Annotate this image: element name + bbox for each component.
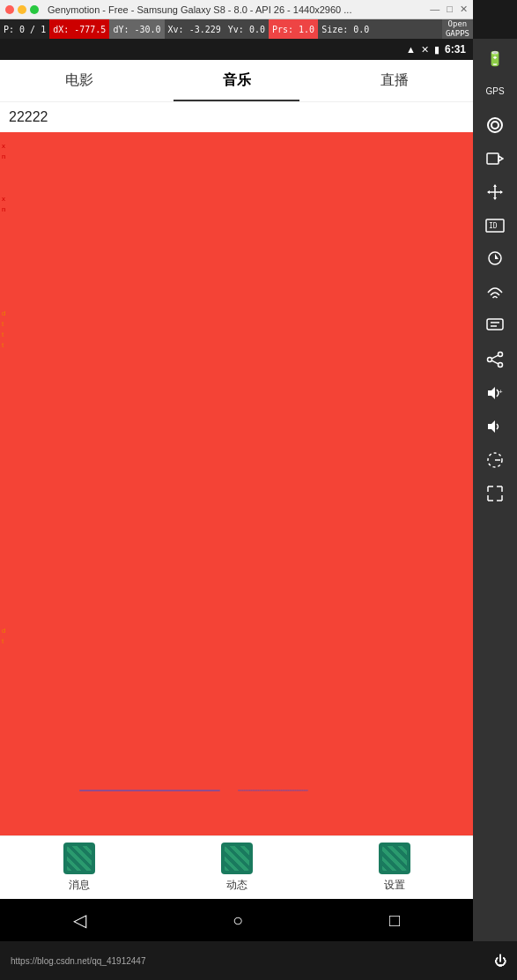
phone-status-bar: ▲ ✕ ▮ 6:31 (0, 39, 473, 60)
svg-rect-14 (487, 319, 503, 330)
minimize-dot[interactable] (18, 5, 26, 14)
svg-line-21 (491, 360, 498, 364)
nav-settings[interactable]: 设置 (379, 843, 410, 893)
settings-icon (379, 843, 410, 874)
feed-label: 动态 (226, 878, 247, 893)
scroll-indicator-dots (238, 790, 308, 791)
svg-point-18 (499, 363, 503, 368)
battery-icon[interactable]: 🔋 (477, 42, 513, 74)
video-icon[interactable] (477, 143, 513, 174)
svg-marker-6 (493, 184, 497, 187)
side-labels-bottom1: dttt (2, 308, 5, 351)
svg-marker-7 (493, 197, 497, 200)
side-labels-top: xn (2, 141, 5, 162)
phone-main-area: 电影 音乐 直播 22222 xn xn dttt dt (0, 60, 473, 941)
battery-status-icon: ▮ (434, 44, 439, 56)
svg-text:ID: ID (489, 222, 498, 230)
window-title: Genymotion - Free - Samsung Galaxy S8 - … (48, 4, 351, 15)
volume-up-icon[interactable]: + (477, 377, 513, 409)
status-time: 6:31 (445, 43, 466, 56)
genymotion-sidebar: 🔋 GPS ID + (473, 39, 517, 941)
svg-point-19 (488, 358, 492, 362)
media-flash-icon[interactable] (477, 243, 513, 275)
debug-xv: Xv: -3.229 (165, 19, 225, 39)
maximize-button[interactable]: □ (447, 4, 453, 15)
open-gapps-button[interactable]: Open GAPPS (442, 19, 473, 39)
svg-marker-3 (499, 156, 503, 161)
tab-bar: 电影 音乐 直播 (0, 60, 473, 102)
debug-prs: Prs: 1.0 (269, 19, 318, 39)
svg-marker-8 (487, 190, 490, 194)
svg-line-20 (491, 355, 498, 359)
tab-music[interactable]: 音乐 (158, 60, 315, 101)
power-icon[interactable]: ⏻ (494, 954, 506, 968)
svg-point-17 (499, 353, 503, 357)
messages-icon (63, 843, 95, 874)
recent-button[interactable]: □ (389, 910, 400, 931)
move-icon[interactable] (477, 176, 513, 208)
share-icon[interactable] (477, 344, 513, 375)
tab-live[interactable]: 直播 (315, 60, 473, 101)
android-nav-bar: ◁ ○ □ (0, 899, 473, 941)
title-bar: Genymotion - Free - Samsung Galaxy S8 - … (0, 0, 473, 19)
wifi-icon[interactable] (477, 277, 513, 308)
debug-size: Size: 0.0 (318, 19, 442, 39)
close-button[interactable]: ✕ (460, 4, 468, 15)
wifi-status-icon: ✕ (421, 44, 429, 56)
debug-yv: Yv: 0.0 (225, 19, 269, 39)
signal-icon: ▲ (406, 44, 416, 55)
back-button[interactable]: ◁ (73, 909, 86, 931)
scroll-indicator (79, 790, 220, 791)
minimize-button[interactable]: — (430, 4, 439, 15)
svg-text:+: + (499, 388, 503, 396)
debug-p: P: 0 / 1 (0, 19, 49, 39)
gps-icon[interactable]: GPS (477, 76, 513, 108)
svg-marker-13 (495, 254, 499, 259)
red-content-area[interactable]: xn xn dttt dt (0, 132, 473, 835)
svg-marker-24 (488, 420, 495, 433)
message-icon[interactable] (477, 310, 513, 342)
maximize-dot[interactable] (30, 5, 39, 14)
svg-point-1 (491, 122, 499, 129)
svg-marker-22 (488, 387, 495, 399)
bottom-bar: https://blog.csdn.net/qq_41912447 ⏻ (0, 941, 517, 980)
id-icon[interactable]: ID (477, 210, 513, 241)
side-labels-bottom2: dt (2, 626, 5, 647)
side-labels-mid: xn (2, 194, 5, 215)
content-text: 22222 (0, 102, 473, 132)
svg-rect-2 (487, 153, 499, 164)
nav-feed[interactable]: 动态 (221, 843, 253, 893)
messages-label: 消息 (69, 878, 90, 893)
rotate-icon[interactable] (477, 444, 513, 476)
debug-dx: dX: -777.5 (49, 19, 109, 39)
svg-point-0 (488, 118, 502, 132)
svg-marker-9 (500, 190, 503, 194)
debug-bar: P: 0 / 1 dX: -777.5 dY: -30.0 Xv: -3.229… (0, 19, 473, 39)
feed-icon (221, 843, 253, 874)
window-buttons: — □ ✕ (430, 4, 468, 15)
close-dot[interactable] (5, 5, 14, 14)
window-controls: Genymotion - Free - Samsung Galaxy S8 - … (5, 4, 351, 15)
volume-down-icon[interactable] (477, 411, 513, 442)
camera-icon[interactable] (477, 109, 513, 141)
home-button[interactable]: ○ (233, 910, 243, 931)
nav-messages[interactable]: 消息 (63, 843, 95, 893)
bottom-nav: 消息 动态 设置 (0, 835, 473, 899)
debug-dy: dY: -30.0 (109, 19, 164, 39)
url-text: https://blog.csdn.net/qq_41912447 (11, 956, 145, 966)
phone-screen: ▲ ✕ ▮ 6:31 电影 音乐 直播 22222 xn xn (0, 39, 473, 941)
scale-icon[interactable] (477, 478, 513, 509)
tab-movie[interactable]: 电影 (0, 60, 158, 101)
settings-label: 设置 (384, 878, 405, 893)
